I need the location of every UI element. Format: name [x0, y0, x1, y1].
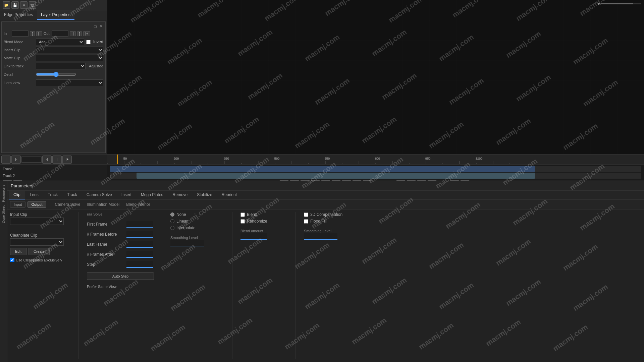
frames-after-input[interactable]	[126, 251, 153, 258]
in-point-btn[interactable]: [	[1, 156, 11, 164]
auto-step-button[interactable]: Auto Step	[87, 273, 154, 280]
randomize-checkbox[interactable]	[240, 219, 245, 224]
adjusted-label: Adjusted	[89, 64, 103, 68]
timeline-controls-left: [ [- -] ] |+	[0, 155, 107, 165]
last-frame-row: Last Frame	[87, 241, 154, 248]
params-col-clips: Input Clip Cleanplate Clip Edit Create	[10, 212, 70, 359]
params-col-blend: Blend Randomize Blend amount	[240, 212, 287, 359]
frame-number-input[interactable]	[21, 157, 42, 163]
out-minus-btn[interactable]: -|	[70, 31, 76, 36]
detail-row: Detail	[4, 71, 103, 78]
playhead[interactable]	[117, 155, 118, 164]
dialog-header: ▢ ✕	[4, 24, 103, 28]
flood-fill-checkbox[interactable]	[304, 219, 308, 224]
detail-label: Detail	[4, 72, 34, 76]
dialog-minimize-icon[interactable]: ▢	[93, 24, 97, 28]
first-frame-input[interactable]	[126, 221, 153, 228]
nav-tab-camera-solve[interactable]: Camera Solve	[82, 191, 117, 199]
step-row: Step	[87, 261, 154, 268]
indicator-area	[598, 3, 641, 5]
sub-tab-output[interactable]: Output	[28, 201, 46, 208]
nav-tab-remove[interactable]: Remove	[168, 191, 193, 199]
out-point-btn[interactable]: ]	[52, 156, 62, 164]
invert-checkbox[interactable]	[86, 40, 91, 44]
svg-text:950: 950	[425, 157, 430, 160]
track-fill-1	[110, 166, 535, 172]
smoothing-level-input-2[interactable]	[304, 233, 337, 240]
link-to-track-select[interactable]	[36, 63, 86, 69]
in-minus-btn[interactable]: |-	[36, 31, 42, 36]
frames-before-input[interactable]	[126, 231, 153, 238]
save-button[interactable]: 💾	[11, 1, 19, 9]
in-bracket-btn[interactable]: [	[30, 31, 35, 36]
nav-tab-mega-plates[interactable]: Mega Plates	[136, 191, 168, 199]
out-value-input[interactable]	[52, 31, 68, 37]
3d-compensation-label: 3D Compensation	[310, 212, 342, 217]
radio-linear[interactable]	[170, 219, 174, 223]
blend-checkbox[interactable]	[240, 213, 245, 217]
randomize-label: Randomize	[247, 219, 267, 224]
sidebar-item-parameters[interactable]: Parameters	[2, 185, 5, 202]
hero-view-select[interactable]	[36, 79, 103, 86]
timeline-ruler: 50 200 350 500 650 800 950 1100	[107, 155, 644, 165]
insert-clip-label: Insert Clip	[4, 48, 34, 52]
out-plus-point-btn[interactable]: |+	[62, 156, 72, 164]
nav-tab-stabilize[interactable]: Stabilize	[192, 191, 217, 199]
nav-tab-lens[interactable]: Lens	[25, 191, 43, 199]
linear-label: Linear	[176, 219, 187, 224]
delete-button[interactable]: 🗑	[29, 1, 36, 9]
separator-1	[78, 212, 79, 359]
nav-tab-insert[interactable]: Insert	[117, 191, 136, 199]
timeline-right: 50 200 350 500 650 800 950 1100	[107, 155, 644, 180]
params-col-frames: era Solve First Frame # Frames Before La…	[87, 212, 154, 359]
sidebar-item-dope-sheet[interactable]: Dope Sheet	[2, 205, 5, 223]
matte-clip-row: Matte Clip	[4, 55, 103, 61]
illumination-model-label: Illumination Model	[87, 202, 120, 207]
matte-clip-select[interactable]	[36, 55, 103, 61]
out-bracket-btn[interactable]: ]	[77, 31, 82, 36]
viewport	[107, 0, 644, 154]
create-button[interactable]: Create	[29, 248, 50, 255]
smoothing-level-input-1[interactable]	[170, 240, 204, 246]
nav-tab-reorient[interactable]: Reorient	[217, 191, 241, 199]
input-clip-select[interactable]	[10, 218, 64, 225]
track-label-1: Track 1	[1, 166, 106, 172]
separator-2	[162, 212, 162, 359]
step-input[interactable]	[126, 261, 153, 268]
tab-edge-properties[interactable]: Edge Properties	[0, 10, 37, 20]
blend-mode-row: Blend Mode Add Normal Multiply Invert	[4, 39, 103, 45]
3d-compensation-checkbox[interactable]	[304, 213, 308, 217]
nav-tab-clip[interactable]: Clip	[9, 191, 25, 199]
svg-text:650: 650	[325, 157, 330, 160]
nav-tab-track-1[interactable]: Track	[43, 191, 63, 199]
radio-none[interactable]	[170, 213, 174, 217]
blend-amount-label: Blend amount	[240, 229, 287, 233]
tab-layer-properties[interactable]: Layer Properties	[37, 10, 74, 20]
cleanplate-clip-select[interactable]	[10, 238, 64, 246]
side-panel: 📁 💾 ⬇ 🗑 Edge Properties Layer Properties…	[0, 0, 107, 154]
radio-interpolate-row: Interpolate	[170, 226, 224, 230]
in-minus-point-btn[interactable]: [-	[11, 156, 21, 164]
nav-tabs: Clip Lens Track Track Camera Solve Inser…	[7, 191, 644, 200]
out-minus-point-btn[interactable]: -]	[42, 156, 52, 164]
detail-slider[interactable]	[36, 71, 76, 78]
last-frame-input[interactable]	[126, 241, 153, 248]
frames-after-label: # Frames After	[87, 252, 124, 257]
dialog-close-icon[interactable]: ✕	[99, 24, 103, 28]
use-cleanplates-checkbox[interactable]	[10, 258, 14, 262]
open-folder-button[interactable]: 📁	[3, 1, 10, 9]
insert-clip-select[interactable]	[36, 47, 103, 53]
blend-amount-input[interactable]	[240, 233, 267, 240]
sub-tab-input[interactable]: Input	[10, 201, 25, 208]
in-value-input[interactable]	[12, 31, 29, 37]
nav-tab-track-2[interactable]: Track	[62, 191, 82, 199]
vertical-sidebar: Parameters Dope Sheet	[0, 181, 7, 362]
radio-interpolate[interactable]	[170, 226, 174, 230]
svg-text:200: 200	[174, 157, 179, 160]
blend-mode-select[interactable]: Add Normal Multiply	[36, 39, 84, 45]
save-down-button[interactable]: ⬇	[20, 1, 28, 9]
out-plus-btn[interactable]: |+	[83, 31, 90, 36]
edit-button[interactable]: Edit	[10, 248, 26, 255]
smoothing-level-label-1: Smoothing Level	[170, 236, 224, 240]
in-out-row: In [ |- Out -| ] |+	[4, 31, 103, 37]
